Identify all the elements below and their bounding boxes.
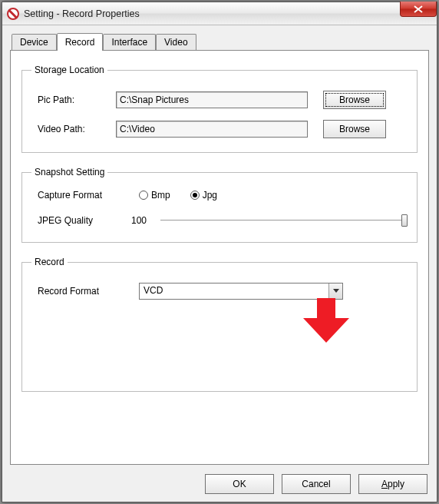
radio-bmp-label: Bmp [151, 190, 170, 201]
radio-jpg[interactable]: Jpg [190, 190, 217, 201]
radio-jpg-label: Jpg [203, 190, 217, 201]
group-record: Record Record Format VCD [21, 257, 418, 392]
row-record-format: Record Format VCD [31, 283, 408, 300]
video-path-browse-button[interactable]: Browse [323, 120, 386, 138]
row-pic-path: Pic Path: Browse [31, 91, 408, 109]
pic-path-label: Pic Path: [31, 94, 116, 105]
row-video-path: Video Path: Browse [31, 120, 408, 138]
record-format-value: VCD [140, 284, 328, 299]
ok-button[interactable]: OK [205, 474, 274, 494]
group-storage-legend: Storage Location [31, 65, 107, 75]
radio-bmp-dot [139, 191, 148, 200]
tabstrip: Device Record Interface Video [10, 33, 429, 50]
radio-jpg-dot [190, 191, 200, 200]
apply-button[interactable]: Apply [358, 474, 427, 494]
row-jpeg-quality: JPEG Quality 100 [31, 213, 408, 228]
close-icon [414, 5, 423, 13]
slider-thumb[interactable] [401, 214, 408, 227]
video-path-input[interactable] [116, 121, 308, 138]
settings-dialog: Setting - Record Properties Device Recor… [2, 2, 437, 502]
client-area: Device Record Interface Video Storage Lo… [2, 25, 437, 502]
record-format-combo[interactable]: VCD [139, 283, 343, 300]
tab-page-record: Storage Location Pic Path: Browse Video … [10, 50, 429, 465]
group-snapshot-setting: Snapshot Setting Capture Format Bmp Jpg … [21, 167, 418, 243]
jpeg-quality-value: 100 [131, 215, 160, 226]
dialog-button-bar: OK Cancel Apply [205, 474, 427, 494]
tab-video[interactable]: Video [156, 34, 196, 50]
record-format-label: Record Format [31, 286, 139, 297]
row-capture-format: Capture Format Bmp Jpg [31, 190, 408, 201]
apply-rest: pply [388, 479, 404, 489]
tab-device[interactable]: Device [12, 34, 57, 50]
tab-interface[interactable]: Interface [103, 34, 156, 50]
titlebar: Setting - Record Properties [2, 2, 437, 25]
jpeg-quality-slider[interactable] [160, 213, 408, 228]
cancel-button[interactable]: Cancel [282, 474, 351, 494]
pic-path-browse-button[interactable]: Browse [323, 91, 386, 109]
app-icon [7, 8, 19, 20]
window-title: Setting - Record Properties [24, 8, 140, 19]
tab-record[interactable]: Record [57, 33, 104, 51]
group-record-legend: Record [31, 257, 68, 267]
close-button[interactable] [400, 2, 437, 17]
video-path-label: Video Path: [31, 124, 116, 134]
group-storage-location: Storage Location Pic Path: Browse Video … [21, 65, 418, 153]
slider-track [160, 220, 403, 221]
radio-bmp[interactable]: Bmp [139, 190, 170, 201]
jpeg-quality-label: JPEG Quality [31, 215, 131, 226]
record-format-dropdown-button[interactable] [328, 284, 342, 299]
capture-format-label: Capture Format [31, 190, 139, 201]
group-snapshot-legend: Snapshot Setting [31, 167, 107, 177]
chevron-down-icon [333, 289, 339, 293]
pic-path-input[interactable] [116, 91, 308, 108]
